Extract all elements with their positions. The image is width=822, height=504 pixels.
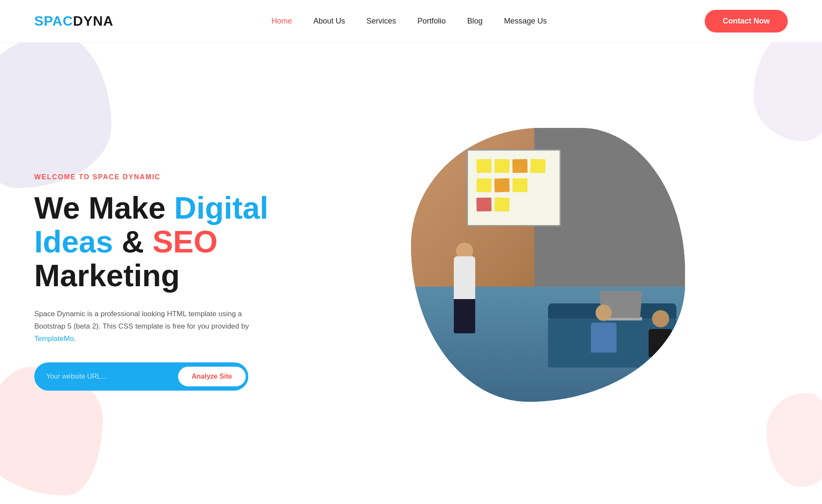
logo-part2: DYNA (73, 13, 114, 29)
description-text-part2: . (74, 335, 76, 343)
analyze-site-button[interactable]: Analyze Site (178, 367, 246, 386)
sticky-note-4 (530, 159, 545, 173)
sticky-note-3 (512, 159, 528, 173)
sticky-note-2 (494, 159, 510, 173)
header: SPACDYNA Home About Us Services Portfoli… (0, 0, 822, 43)
sticky-note-9 (494, 197, 509, 211)
heading-seo: SEO (152, 225, 217, 259)
nav-services[interactable]: Services (366, 17, 396, 26)
contact-now-button[interactable]: Contact Now (705, 10, 788, 33)
logo: SPACDYNA (34, 13, 113, 29)
nav-home[interactable]: Home (271, 17, 292, 26)
hero-section: WELCOME TO SPACE DYNAMIC We Make Digital… (0, 43, 822, 504)
templatemo-link[interactable]: TemplateMo (34, 335, 74, 343)
hero-image-right (325, 128, 788, 419)
url-input-row: Analyze Site (34, 362, 248, 391)
person-sit1-body (591, 323, 616, 353)
nav-about[interactable]: About Us (313, 17, 345, 26)
hero-image-blob (411, 128, 685, 402)
sticky-note-1 (476, 159, 491, 173)
sticky-note-7 (512, 178, 527, 192)
heading-ideas: Ideas (34, 225, 113, 259)
person-stand-legs (454, 299, 475, 333)
sticky-note-6 (494, 178, 509, 192)
whiteboard (467, 149, 561, 226)
sticky-note-5 (477, 178, 492, 193)
hero-content-left: WELCOME TO SPACE DYNAMIC We Make Digital… (34, 156, 291, 391)
heading-ampersand: & (113, 225, 152, 259)
person-sit2-head (652, 310, 669, 327)
blob-right-top-decoration (754, 43, 822, 141)
heading-we-make: We Make (34, 191, 174, 225)
website-url-input[interactable] (34, 373, 176, 380)
heading-digital: Digital (174, 191, 268, 225)
hero-description: Space Dynamic is a professional looking … (34, 308, 257, 345)
description-text-part1: Space Dynamic is a professional looking … (34, 310, 249, 330)
person-sitting-1 (591, 305, 616, 353)
heading-marketing: Marketing (34, 258, 180, 293)
sticky-note-8 (477, 198, 492, 212)
meeting-room-scene (411, 128, 685, 402)
welcome-text: WELCOME TO SPACE DYNAMIC (34, 173, 291, 181)
person-sit1-head (596, 305, 612, 321)
person-sit2-body (649, 329, 672, 357)
nav-blog[interactable]: Blog (467, 17, 482, 26)
nav-message[interactable]: Message Us (504, 17, 547, 26)
hero-heading: We Make Digital Ideas & SEO Marketing (34, 191, 291, 293)
person-sitting-2 (649, 310, 672, 357)
nav-portfolio[interactable]: Portfolio (417, 17, 446, 26)
main-nav: Home About Us Services Portfolio Blog Me… (271, 17, 547, 26)
image-blob-container (411, 128, 702, 419)
person-stand-body (454, 256, 475, 299)
logo-part1: SPAC (34, 13, 73, 29)
person-standing (454, 243, 475, 333)
